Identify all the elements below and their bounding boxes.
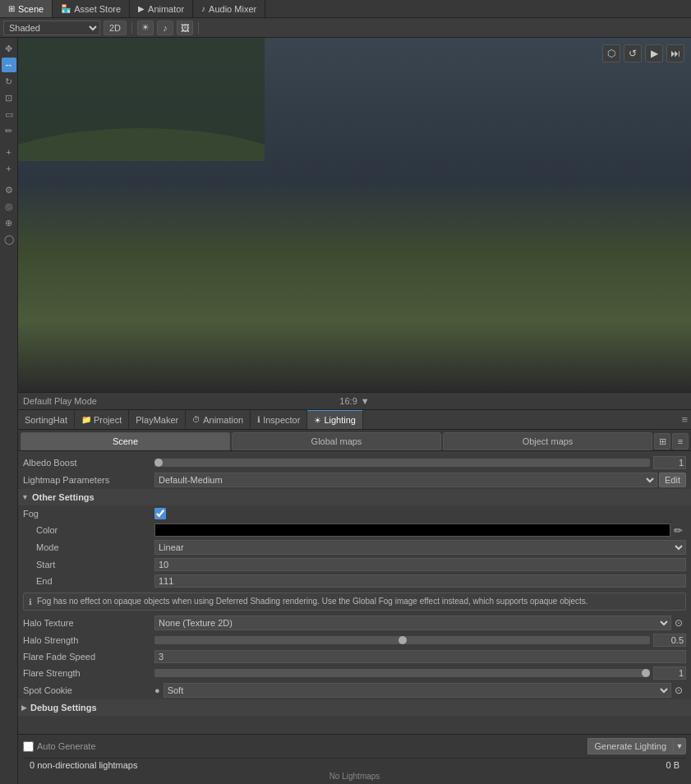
tab-project[interactable]: 📁 Project — [75, 410, 129, 429]
tab-inspector[interactable]: ℹ Inspector — [251, 410, 307, 429]
sidebar-icon-rotate[interactable]: ↻ — [2, 74, 16, 89]
fog-mode-select[interactable]: Linear Exponential Exponential Squared — [154, 540, 686, 555]
subtab-object-maps[interactable]: Object maps — [443, 432, 652, 450]
fog-row: Fog — [18, 505, 691, 522]
scene-area: ⬡ ↺ ▶ ⏭ Default Play Mode 16:9 ▼ Sorting… — [18, 38, 691, 784]
scene-toolbar: Shaded Wireframe Shaded Wireframe 2D ☀ ♪… — [0, 18, 691, 38]
tab-animator[interactable]: ▶ Animator — [130, 0, 193, 17]
lightmap-edit-btn[interactable]: Edit — [659, 473, 686, 487]
audio-mixer-label: Audio Mixer — [209, 4, 256, 14]
flare-fade-input[interactable] — [154, 650, 686, 663]
step-btn[interactable]: ⏭ — [666, 44, 684, 62]
fog-mode-value: Linear Exponential Exponential Squared — [154, 540, 686, 555]
resolution-selector[interactable]: 16:9 ▼ — [339, 396, 369, 406]
halo-strength-slider[interactable] — [154, 636, 650, 644]
fog-mode-label: Mode — [23, 542, 154, 552]
tab-playmaker[interactable]: PlayMaker — [129, 410, 186, 429]
fog-label: Fog — [23, 509, 154, 519]
halo-strength-value — [154, 634, 686, 647]
subtab-scene[interactable]: Scene — [21, 432, 230, 450]
left-sidebar: ✥ ↔ ↻ ⊡ ▭ ✏ + + ⚙ ◎ ⊕ ◯ — [0, 38, 18, 784]
auto-generate-checkbox[interactable] — [23, 741, 34, 752]
subtab-global-maps[interactable]: Global maps — [232, 432, 441, 450]
lighting-tab-icon: ☀ — [314, 416, 321, 425]
sidebar-icon-hand[interactable]: ✥ — [2, 41, 16, 56]
halo-texture-dot-btn[interactable]: ⊙ — [671, 617, 686, 629]
sidebar-icon-settings[interactable]: ⚙ — [2, 182, 16, 197]
flare-strength-value — [154, 666, 686, 680]
other-settings-header[interactable]: ▼ Other Settings — [18, 489, 691, 505]
asset-store-icon: 🏪 — [61, 4, 71, 13]
tab-lighting[interactable]: ☀ Lighting — [307, 410, 363, 429]
fog-start-input[interactable] — [154, 558, 686, 571]
fog-color-swatch[interactable] — [154, 523, 670, 537]
subtab-object-maps-label: Object maps — [523, 436, 574, 446]
generate-lighting-btn[interactable]: Generate Lighting — [587, 738, 673, 754]
animation-label: Animation — [203, 415, 243, 425]
play-btn[interactable]: ▶ — [645, 44, 663, 62]
resolution-dropdown-icon[interactable]: ▼ — [361, 396, 370, 406]
halo-slider-container — [154, 634, 686, 647]
tab-asset-store[interactable]: 🏪 Asset Store — [53, 0, 130, 17]
tab-animation[interactable]: ⏱ Animation — [186, 410, 251, 429]
spot-cookie-select[interactable]: Soft — [164, 683, 671, 698]
generate-arrow-btn[interactable]: ▼ — [673, 738, 686, 754]
flare-strength-number[interactable] — [653, 666, 686, 680]
scene-viewport[interactable]: ⬡ ↺ ▶ ⏭ — [18, 38, 691, 392]
tab-sorting-hat[interactable]: SortingHat — [18, 410, 75, 429]
halo-strength-number[interactable] — [653, 634, 686, 647]
sidebar-icon-rect[interactable]: ▭ — [2, 107, 16, 122]
fog-end-input[interactable] — [154, 574, 686, 588]
halo-texture-select[interactable]: None (Texture 2D) — [154, 616, 671, 630]
sidebar-icon-gizmo[interactable]: ⊕ — [2, 215, 16, 230]
spot-cookie-row: Spot Cookie ● Soft ⊙ — [18, 681, 691, 699]
sidebar-icon-snap[interactable]: ◯ — [2, 232, 16, 247]
albedo-boost-slider[interactable] — [154, 459, 650, 467]
spot-cookie-dot-btn[interactable]: ⊙ — [671, 685, 686, 696]
albedo-boost-value — [154, 456, 686, 469]
main-layout: ✥ ↔ ↻ ⊡ ▭ ✏ + + ⚙ ◎ ⊕ ◯ — [0, 38, 691, 784]
sidebar-icon-plus2[interactable]: + — [2, 161, 16, 176]
panel-tab-menu[interactable]: ≡ — [678, 413, 691, 426]
subtab-extras: ⊞ ≡ — [654, 433, 689, 450]
tab-scene[interactable]: ⊞ Scene — [0, 0, 53, 17]
lighting-toggle[interactable]: ☀ — [137, 21, 154, 35]
sidebar-icon-move[interactable]: ↔ — [2, 58, 16, 72]
sidebar-icon-transform[interactable]: ✏ — [2, 123, 16, 138]
2d-toggle[interactable]: 2D — [104, 21, 127, 35]
subtab-copy-btn[interactable]: ⊞ — [654, 433, 670, 450]
sorting-hat-label: SortingHat — [25, 415, 67, 425]
auto-generate-text: Auto Generate — [37, 741, 96, 751]
fog-checkbox[interactable] — [154, 508, 166, 519]
lighting-subtabs: Scene Global maps Object maps ⊞ ≡ — [18, 430, 691, 451]
persp-gizmo-btn[interactable]: ⬡ — [602, 44, 620, 62]
animator-label: Animator — [148, 4, 184, 14]
audio-mixer-icon: ♪ — [201, 4, 205, 13]
shading-mode-select[interactable]: Shaded Wireframe Shaded Wireframe — [3, 21, 100, 35]
audio-toggle[interactable]: ♪ — [157, 21, 173, 35]
effects-toggle[interactable]: 🖼 — [177, 21, 193, 35]
lightmap-params-select[interactable]: Default-Medium — [154, 473, 657, 487]
toolbar-separator-1 — [131, 22, 132, 34]
fog-color-picker-btn[interactable]: ✏ — [670, 524, 686, 537]
sidebar-icon-scale[interactable]: ⊡ — [2, 90, 16, 105]
grid-btn[interactable]: ↺ — [624, 44, 642, 62]
top-tabs-bar: ⊞ Scene 🏪 Asset Store ▶ Animator ♪ Audio… — [0, 0, 691, 18]
debug-settings-header[interactable]: ▶ Debug Settings — [18, 699, 691, 716]
halo-texture-value: None (Texture 2D) ⊙ — [154, 616, 686, 630]
sidebar-icon-plus1[interactable]: + — [2, 145, 16, 159]
panel-menu-icon[interactable]: ≡ — [681, 413, 688, 426]
animator-icon: ▶ — [138, 4, 145, 13]
bottom-bar: Auto Generate Generate Lighting ▼ 0 non-… — [18, 734, 691, 784]
lighting-content[interactable]: Albedo Boost Lightmap Parameters Default… — [18, 451, 691, 734]
halo-texture-label: Halo Texture — [23, 618, 154, 628]
fog-end-row: End — [18, 573, 691, 589]
tab-audio-mixer[interactable]: ♪ Audio Mixer — [193, 0, 265, 17]
inspector-label: Inspector — [263, 415, 300, 425]
subtab-menu-btn[interactable]: ≡ — [672, 433, 689, 450]
sidebar-icon-layers[interactable]: ◎ — [2, 199, 16, 214]
lightmap-params-label: Lightmap Parameters — [23, 475, 154, 485]
albedo-boost-number[interactable] — [653, 456, 686, 469]
fog-end-value — [154, 574, 686, 588]
flare-strength-slider[interactable] — [154, 669, 650, 677]
